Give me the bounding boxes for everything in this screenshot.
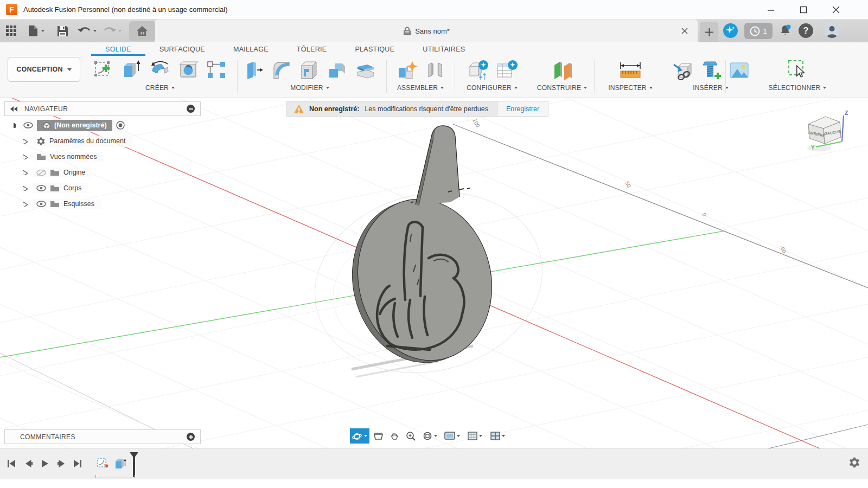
visibility-eye-off-icon[interactable] [36, 169, 46, 176]
notifications-button[interactable] [778, 23, 793, 38]
new-document-tab-button[interactable] [700, 22, 718, 42]
tab-maillage[interactable]: MAILLAGE [219, 43, 283, 56]
expand-caret-icon[interactable] [23, 170, 28, 175]
root-document-label[interactable]: (Non enregistré) [37, 120, 112, 131]
tree-row-root[interactable]: (Non enregistré) [11, 119, 132, 132]
expand-caret-icon[interactable] [23, 186, 28, 191]
group-label-construire[interactable]: CONSTRUIRE [537, 84, 581, 92]
file-menu-button[interactable] [25, 21, 47, 41]
fillet-button[interactable] [271, 59, 292, 81]
tab-surfacique[interactable]: SURFACIQUE [145, 43, 219, 56]
viewports-button[interactable] [487, 428, 508, 444]
timeline-go-end-button[interactable] [71, 457, 85, 471]
zoom-button[interactable] [403, 428, 418, 444]
insert-derive-button[interactable] [672, 59, 694, 81]
expand-caret-icon[interactable] [23, 155, 28, 159]
group-label-configurer[interactable]: CONFIGURER [467, 84, 512, 92]
help-button[interactable]: ? [799, 23, 813, 38]
joint-button[interactable] [425, 59, 445, 81]
shell-button[interactable] [298, 59, 320, 81]
select-button[interactable] [786, 59, 809, 81]
combine-button[interactable] [326, 59, 348, 81]
insert-fastener-button[interactable] [700, 59, 722, 81]
undo-button[interactable] [76, 21, 99, 41]
look-at-button[interactable] [371, 428, 386, 444]
revolve-button[interactable] [148, 59, 172, 81]
group-label-creer[interactable]: CRÉER [145, 84, 169, 92]
expand-caret-open-icon[interactable] [11, 123, 16, 128]
timeline-position-marker[interactable] [129, 452, 139, 477]
model-body[interactable] [336, 126, 507, 376]
configure-button[interactable] [467, 59, 489, 81]
save-action-link[interactable]: Enregistrer [497, 101, 548, 116]
viewcube[interactable]: Z Y ARRIÈRE GAUCHE [802, 108, 851, 157]
close-document-tab-button[interactable] [679, 25, 690, 36]
comments-panel-header[interactable]: COMMENTAIRES [4, 429, 201, 444]
tab-utilitaires[interactable]: UTILITAIRES [409, 43, 479, 56]
fit-button[interactable] [419, 428, 440, 444]
tree-item-label[interactable]: Vues nommées [50, 153, 100, 160]
hole-button[interactable] [178, 59, 200, 81]
navigator-panel-header[interactable]: NAVIGATEUR [4, 101, 201, 116]
home-view-button[interactable] [129, 21, 155, 41]
grid-snap-button[interactable] [464, 428, 486, 444]
orbit-button[interactable] [350, 428, 369, 444]
measure-button[interactable] [618, 59, 643, 81]
pan-button[interactable] [387, 428, 402, 444]
tab-plastique[interactable]: PLASTIQUE [341, 43, 409, 56]
visibility-eye-icon[interactable] [36, 201, 46, 207]
extensions-button[interactable] [723, 23, 738, 38]
group-label-inserer[interactable]: INSÉRER [693, 84, 723, 92]
group-label-assembler[interactable]: ASSEMBLER [397, 84, 438, 92]
tree-row-sketches[interactable]: Esquisses [23, 197, 132, 210]
group-label-selectionner[interactable]: SÉLECTIONNER [769, 84, 821, 92]
construction-plane-button[interactable] [550, 59, 574, 81]
visibility-eye-icon[interactable] [23, 122, 33, 129]
extrude-button[interactable] [120, 59, 142, 81]
tab-tolerie[interactable]: TÔLERIE [283, 43, 341, 56]
job-status-button[interactable]: 1 [744, 23, 773, 39]
tree-item-label[interactable]: Esquisses [63, 200, 98, 208]
timeline-step-back-button[interactable] [22, 457, 36, 471]
tree-item-label[interactable]: Paramètres du document [49, 137, 129, 145]
redo-button[interactable] [101, 21, 124, 41]
group-label-modifier[interactable]: MODIFIER [290, 84, 323, 92]
app-grid-menu-button[interactable] [3, 21, 20, 41]
timeline-step-forward-button[interactable] [54, 457, 68, 471]
document-tab[interactable]: Sans nom* [155, 20, 698, 42]
tree-row-document-settings[interactable]: Paramètres du document [23, 134, 132, 147]
new-component-button[interactable] [396, 59, 419, 81]
timeline-go-start-button[interactable] [4, 457, 18, 471]
tab-solide[interactable]: SOLIDE [91, 43, 145, 56]
visibility-eye-icon[interactable] [36, 185, 46, 191]
comments-expand-button[interactable] [187, 433, 195, 441]
display-settings-button[interactable] [441, 428, 463, 444]
viewport-3d[interactable]: 100 50 0 -50 [0, 98, 868, 448]
tree-item-label[interactable]: Corps [63, 184, 85, 192]
close-button[interactable] [824, 0, 848, 19]
group-label-inspecter[interactable]: INSPECTER [608, 84, 646, 92]
create-sketch-button[interactable] [93, 59, 114, 81]
press-pull-button[interactable] [244, 59, 265, 81]
expand-caret-icon[interactable] [23, 139, 28, 144]
timeline-settings-button[interactable] [848, 457, 860, 468]
minimize-button[interactable] [758, 0, 783, 19]
save-button[interactable] [54, 21, 71, 41]
timeline-feature-sketch[interactable] [95, 457, 111, 471]
activate-radio-icon[interactable] [116, 121, 125, 130]
tree-row-named-views[interactable]: Vues nommées [23, 150, 132, 163]
tree-row-bodies[interactable]: Corps [23, 182, 132, 195]
maximize-button[interactable] [791, 0, 816, 19]
tree-row-origin[interactable]: Origine [23, 166, 132, 179]
timeline-play-button[interactable] [38, 457, 52, 471]
tree-item-label[interactable]: Origine [63, 169, 88, 176]
user-avatar[interactable] [825, 23, 839, 38]
timeline-feature-extrude[interactable] [113, 457, 128, 471]
navigator-collapse-button[interactable] [187, 105, 195, 113]
expand-caret-icon[interactable] [23, 202, 28, 207]
workspace-selector-button[interactable]: CONCEPTION [8, 57, 80, 82]
rectangular-pattern-button[interactable] [206, 59, 227, 81]
configuration-table-button[interactable] [495, 59, 518, 81]
split-body-button[interactable] [354, 59, 375, 81]
insert-image-button[interactable] [728, 59, 750, 81]
